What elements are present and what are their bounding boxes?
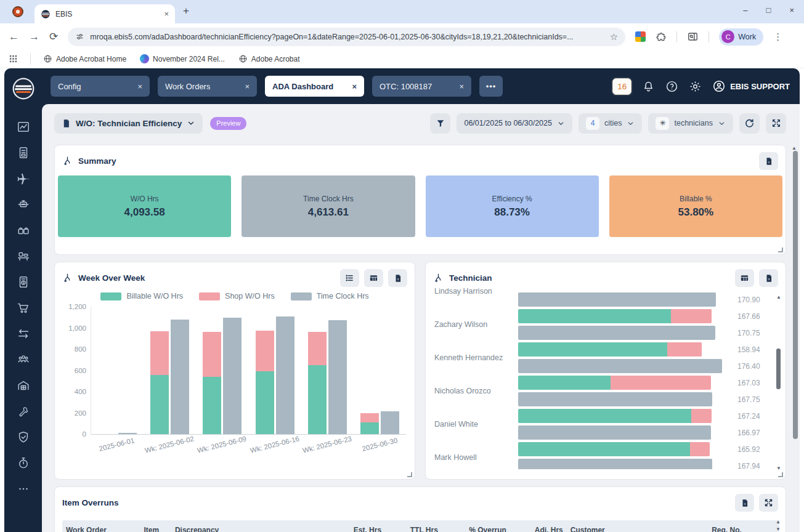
scroll-down-icon[interactable]: ▼ <box>776 465 781 472</box>
tab-close-icon[interactable]: × <box>164 9 169 18</box>
scroll-down-icon[interactable]: ▼ <box>776 526 781 532</box>
bookmark-item[interactable]: Adobe Acrobat Home <box>43 54 126 63</box>
column-header-customer[interactable]: Customer <box>567 526 708 532</box>
wo-hours-bar[interactable] <box>518 342 702 357</box>
workstation-icon[interactable] <box>4 243 42 269</box>
engine-icon[interactable] <box>4 191 42 217</box>
technicians-filter[interactable]: ✳ technicians <box>648 113 733 134</box>
summary-card-efficiency-[interactable]: Efficiency %88.73% <box>426 175 599 237</box>
list-icon[interactable] <box>340 269 359 287</box>
wo-stacked-bar[interactable] <box>360 307 379 434</box>
tab-close-icon[interactable]: × <box>459 82 464 91</box>
time-clock-bar[interactable] <box>381 307 399 434</box>
more-vert-icon[interactable]: ⋮ <box>773 31 782 42</box>
wo-hours-bar[interactable] <box>518 409 712 423</box>
column-header-reg-no-[interactable]: Reg. No. <box>708 526 779 532</box>
column-header-discrepancy[interactable]: Discrepancy <box>171 526 320 532</box>
time-clock-bar[interactable] <box>328 307 347 434</box>
puzzle-icon[interactable] <box>656 31 667 42</box>
date-range-selector[interactable]: 06/01/2025 to 06/30/2025 <box>457 113 572 134</box>
export-file-icon[interactable]: x <box>759 152 778 170</box>
scrollbar-thumb[interactable] <box>793 151 798 439</box>
new-tab-button[interactable]: + <box>183 5 189 17</box>
bookmark-item[interactable]: Adobe Acrobat <box>238 54 300 63</box>
page-scrollbar[interactable]: ▲ <box>792 142 799 530</box>
wo-stacked-bar[interactable] <box>98 307 116 434</box>
time-clock-bar[interactable] <box>276 307 294 434</box>
tune-icon[interactable] <box>75 32 84 41</box>
tab-close-icon[interactable]: × <box>352 82 357 91</box>
shield-check-icon[interactable] <box>4 424 42 450</box>
resize-handle[interactable] <box>778 472 783 477</box>
packages-icon[interactable] <box>4 217 42 243</box>
more-tabs-button[interactable]: ••• <box>479 76 503 97</box>
bookmark-item[interactable]: November 2024 Rel... <box>140 54 225 63</box>
funnel-icon[interactable] <box>430 113 450 134</box>
line-chart-icon[interactable] <box>4 114 42 140</box>
wo-stacked-bar[interactable] <box>150 307 169 434</box>
app-tab-config[interactable]: Config× <box>51 76 150 97</box>
address-bar[interactable]: mroqa.ebis5.com/adaDashboard/technicianE… <box>68 28 625 46</box>
cities-filter[interactable]: 4 cities <box>579 113 642 134</box>
window-maximize-button[interactable]: □ <box>766 6 771 15</box>
time-clock-bar[interactable] <box>118 307 137 434</box>
wo-stacked-bar[interactable] <box>308 307 327 434</box>
gear-icon[interactable] <box>689 80 702 93</box>
help-icon[interactable] <box>665 80 678 93</box>
reload-icon[interactable]: ⟳ <box>49 30 58 43</box>
column-header-item[interactable]: Item <box>140 526 171 532</box>
user-menu[interactable]: EBIS SUPPORT <box>712 79 790 93</box>
app-tab-ada-dashboard[interactable]: ADA Dashboard× <box>265 76 364 97</box>
column-header-work-order[interactable]: Work Order <box>62 526 140 532</box>
export-file-icon[interactable]: x <box>388 269 407 287</box>
ellipsis-icon[interactable] <box>4 476 42 502</box>
table-icon[interactable] <box>364 269 383 287</box>
time-clock-hours-bar[interactable] <box>518 292 716 307</box>
table-icon[interactable] <box>735 269 754 287</box>
time-clock-hours-bar[interactable] <box>518 392 712 406</box>
wo-hours-bar[interactable] <box>518 376 711 390</box>
column-header-adj-hrs[interactable]: Adj. Hrs <box>510 526 567 532</box>
profile-button[interactable]: C Work <box>719 28 763 46</box>
airplane-icon[interactable] <box>4 166 42 191</box>
forward-arrow-icon[interactable]: → <box>29 31 39 43</box>
star-icon[interactable]: ☆ <box>610 31 618 42</box>
bell-icon[interactable] <box>642 80 655 93</box>
cart-icon[interactable] <box>4 295 42 321</box>
document-icon[interactable] <box>4 140 42 166</box>
resize-handle[interactable] <box>407 472 412 477</box>
side-panel-search-icon[interactable] <box>687 31 699 42</box>
scroll-up-icon[interactable]: ▲ <box>776 519 781 525</box>
wo-hours-bar[interactable] <box>518 309 712 323</box>
window-minimize-button[interactable]: – <box>743 6 747 15</box>
swap-arrows-icon[interactable] <box>4 321 42 347</box>
back-arrow-icon[interactable]: ← <box>9 31 19 43</box>
resize-handle[interactable] <box>778 248 783 252</box>
column-header--overrun[interactable]: % Overrun <box>442 526 510 532</box>
team-icon[interactable] <box>4 347 42 373</box>
apps-grid-icon[interactable] <box>9 54 18 63</box>
column-header-ttl-hrs[interactable]: TTL Hrs <box>385 526 442 532</box>
time-clock-hours-bar[interactable] <box>518 359 722 373</box>
column-header-est-hrs[interactable]: Est. Hrs <box>320 526 385 532</box>
app-tab-work-orders[interactable]: Work Orders× <box>158 76 257 97</box>
time-clock-bar[interactable] <box>223 307 242 434</box>
report-selector[interactable]: W/O: Technician Efficiency <box>54 113 203 134</box>
wo-hours-bar[interactable] <box>518 442 710 456</box>
summary-card-billable-[interactable]: Billable %53.80% <box>609 175 782 237</box>
url-text[interactable]: mroqa.ebis5.com/adaDashboard/technicianE… <box>90 33 604 41</box>
time-clock-hours-bar[interactable] <box>518 459 712 469</box>
expand-icon[interactable] <box>766 113 786 134</box>
hangar-icon[interactable] <box>4 373 42 398</box>
time-clock-hours-bar[interactable] <box>518 425 711 440</box>
technician-scrollbar[interactable]: ▲ ▼ <box>775 294 782 472</box>
summary-card-w-o-hrs[interactable]: W/O Hrs4,093.58 <box>58 175 231 237</box>
summary-card-time-clock-hrs[interactable]: Time Clock Hrs4,613.61 <box>242 175 415 237</box>
app-tab-otc-1008187[interactable]: OTC: 1008187× <box>372 76 471 97</box>
ebis-logo[interactable] <box>12 77 35 100</box>
extension-mosaic-icon[interactable] <box>635 31 646 42</box>
wo-stacked-bar[interactable] <box>203 307 221 434</box>
wo-stacked-bar[interactable] <box>256 307 274 434</box>
time-clock-bar[interactable] <box>171 307 189 434</box>
expand-icon[interactable] <box>759 494 778 512</box>
